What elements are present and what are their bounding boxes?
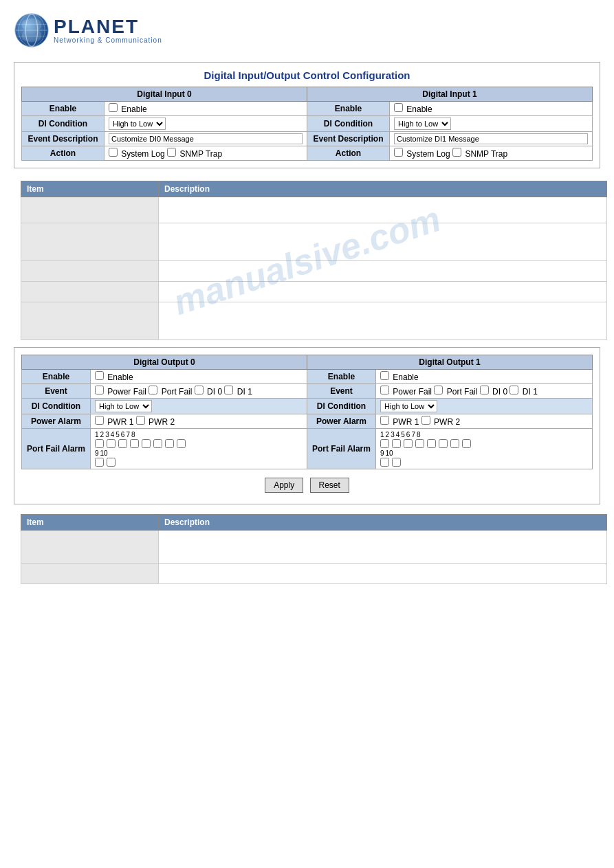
do0-di0-checkbox[interactable] <box>195 386 204 394</box>
apply-button[interactable]: Apply <box>265 478 303 493</box>
do1-port-num-6: 6 <box>406 431 410 438</box>
do1-port-fail-label: Port Fail Alarm <box>307 429 376 469</box>
config-box-do: Digital Output 0 Digital Output 1 Enable… <box>14 347 600 504</box>
do1-port-num-4: 4 <box>396 431 400 438</box>
do0-pwr1-checkbox[interactable] <box>95 416 104 425</box>
di0-event-desc-cell <box>105 132 307 146</box>
page-title: Digital Input/Output Control Configurati… <box>21 69 593 81</box>
do1-port10-cb[interactable] <box>392 458 401 467</box>
do1-port1-cb[interactable] <box>380 439 389 448</box>
do1-power-fail-checkbox[interactable] <box>380 386 389 394</box>
reset-button[interactable]: Reset <box>310 478 349 493</box>
do0-enable-checkbox[interactable] <box>95 371 104 380</box>
do0-port8-cb[interactable] <box>177 439 186 448</box>
do1-event-label: Event <box>307 384 376 399</box>
do0-port-numbers-top: 1 2 3 4 5 6 7 8 <box>95 431 303 438</box>
do1-port9-cb[interactable] <box>380 458 389 467</box>
do1-port5-cb[interactable] <box>427 439 436 448</box>
do0-port4-cb[interactable] <box>130 439 139 448</box>
do0-port-num-1: 1 <box>95 431 99 438</box>
do0-condition-select[interactable]: High to Low Low to High <box>95 400 152 412</box>
di1-syslog-checkbox[interactable] <box>394 148 403 157</box>
di1-action-label: Action <box>307 146 390 161</box>
di0-snmp-checkbox[interactable] <box>167 148 176 157</box>
di-action-row: Action System Log SNMP Trap Action Syste… <box>22 146 593 161</box>
di1-enable-label: Enable <box>307 102 390 116</box>
di1-enable-checkbox[interactable] <box>394 103 403 112</box>
desc-item-2 <box>21 223 159 261</box>
do1-port-num-10: 10 <box>386 449 393 457</box>
di-enable-row: Enable Enable Enable Enable <box>22 102 593 116</box>
do0-port7-cb[interactable] <box>165 439 174 448</box>
do1-port8-cb[interactable] <box>462 439 471 448</box>
di1-enable-text: Enable <box>406 104 432 114</box>
bottom-value-2 <box>159 564 607 584</box>
do0-header: Digital Output 0 <box>22 355 307 370</box>
di1-syslog-label: System Log <box>406 149 450 159</box>
do0-power-fail-checkbox[interactable] <box>95 386 104 394</box>
do1-condition-cell: High to Low Low to High <box>376 399 593 414</box>
logo-planet-text: PLANET <box>54 17 162 36</box>
do1-port3-cb[interactable] <box>404 439 413 448</box>
di0-snmp-label: SNMP Trap <box>179 149 222 159</box>
di0-syslog-checkbox[interactable] <box>109 148 118 157</box>
di0-condition-label: DI Condition <box>22 116 105 132</box>
desc-item-5 <box>21 302 159 340</box>
di-condition-row: DI Condition High to Low Low to High DI … <box>22 116 593 132</box>
bottom-item-1 <box>21 531 159 564</box>
do0-port10-cb[interactable] <box>107 458 116 467</box>
do0-port1-cb[interactable] <box>95 439 104 448</box>
do1-port6-cb[interactable] <box>439 439 448 448</box>
do0-enable-text: Enable <box>107 372 133 382</box>
do-enable-row: Enable Enable Enable Enable <box>22 370 593 384</box>
do0-port5-cb[interactable] <box>142 439 151 448</box>
do0-port6-cb[interactable] <box>153 439 162 448</box>
do0-port-num-7: 7 <box>126 431 130 438</box>
do1-enable-checkbox[interactable] <box>380 371 389 380</box>
di0-header: Digital Input 0 <box>22 87 307 102</box>
do1-di1-checkbox[interactable] <box>509 386 518 394</box>
do1-port-fail-text: Port Fail <box>447 387 478 397</box>
do0-power-alarm-label: Power Alarm <box>22 414 91 429</box>
do0-port-numbers-bot: 9 10 <box>95 449 303 457</box>
do1-port7-cb[interactable] <box>450 439 459 448</box>
do1-di0-checkbox[interactable] <box>480 386 489 394</box>
do1-port-num-3: 3 <box>391 431 395 438</box>
bottom-value-1 <box>159 531 607 564</box>
di1-event-desc-input[interactable] <box>394 133 588 144</box>
di1-snmp-checkbox[interactable] <box>452 148 461 157</box>
do1-di1-text: DI 1 <box>523 387 538 397</box>
do1-power-alarm-cell: PWR 1 PWR 2 <box>376 414 593 429</box>
do0-port-num-2: 2 <box>100 431 105 438</box>
do0-enable-cell: Enable <box>91 370 307 384</box>
do1-port4-cb[interactable] <box>415 439 424 448</box>
do0-port-num-4: 4 <box>111 431 115 438</box>
di1-condition-select[interactable]: High to Low Low to High <box>394 118 451 130</box>
desc-row-4 <box>21 282 607 302</box>
do1-port-fail-checkbox[interactable] <box>434 386 443 394</box>
do1-pwr1-checkbox[interactable] <box>380 416 389 425</box>
do0-di1-checkbox[interactable] <box>224 386 233 394</box>
do1-condition-select[interactable]: High to Low Low to High <box>380 400 437 412</box>
do0-port-num-5: 5 <box>116 431 120 438</box>
desc-row-3 <box>21 261 607 282</box>
do1-port2-cb[interactable] <box>392 439 401 448</box>
do1-power-alarm-label: Power Alarm <box>307 414 376 429</box>
do1-pwr1-text: PWR 1 <box>393 417 419 427</box>
do0-port2-cb[interactable] <box>107 439 116 448</box>
di0-enable-checkbox[interactable] <box>109 103 118 112</box>
desc-item-1 <box>21 197 159 223</box>
do0-event-cell: Power Fail Port Fail DI 0 DI 1 <box>91 384 307 399</box>
do0-port-fail-label: Port Fail Alarm <box>22 429 91 469</box>
di0-condition-select[interactable]: High to Low Low to High <box>109 118 166 130</box>
do1-pwr2-checkbox[interactable] <box>421 416 430 425</box>
do0-port9-cb[interactable] <box>95 458 104 467</box>
do-event-row: Event Power Fail Port Fail DI 0 DI 1 Eve… <box>22 384 593 399</box>
do0-port3-cb[interactable] <box>118 439 127 448</box>
di0-event-desc-input[interactable] <box>109 133 303 144</box>
desc-row-1 <box>21 197 607 223</box>
do0-event-label: Event <box>22 384 91 399</box>
do0-port-fail-checkbox[interactable] <box>149 386 157 394</box>
do0-pwr2-checkbox[interactable] <box>136 416 145 425</box>
desc-row-2 <box>21 223 607 261</box>
